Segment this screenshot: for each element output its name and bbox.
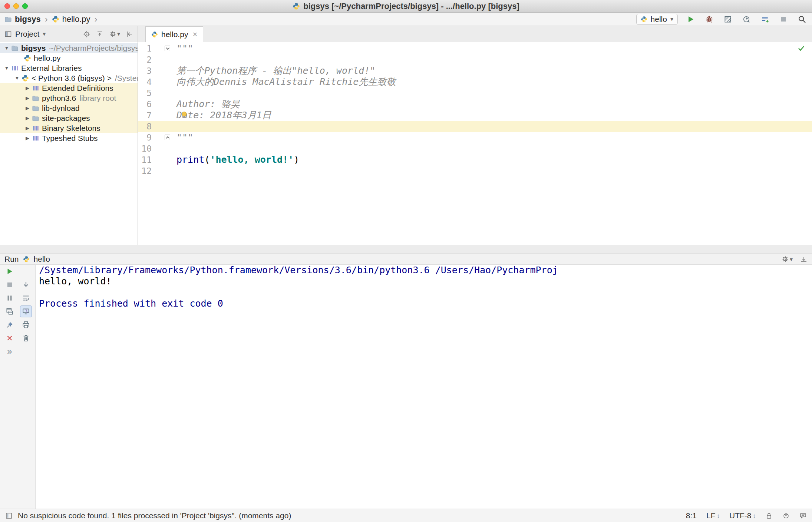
docstring-text: Author: 骆昊	[176, 99, 240, 109]
tree-item-hello-py[interactable]: hello.py	[0, 53, 138, 63]
project-tool-window: Project ▾ ▾ ▼ bigsys ~/Pychar	[0, 26, 138, 245]
print-button[interactable]	[20, 319, 32, 331]
chevron-right-icon: ›	[93, 14, 99, 24]
code-line[interactable]: Date: 2018年3月1日	[176, 110, 812, 121]
window-title-group: bigsys [~/PycharmProjects/bigsys] - .../…	[293, 1, 519, 11]
run-configuration-selector[interactable]: hello ▾	[636, 14, 678, 25]
write-lock-icon[interactable]	[765, 512, 773, 519]
scroll-to-end-button[interactable]	[20, 305, 32, 317]
breadcrumb-file[interactable]: hello.py	[62, 14, 90, 24]
tree-item-python36[interactable]: ▶ python3.6 library root	[0, 93, 138, 103]
editor-gutter: 1 2 3 4 5 6 7 8 9 10 11 12	[138, 42, 174, 245]
code-line[interactable]	[176, 87, 812, 99]
panel-settings-button[interactable]: ▾	[109, 30, 120, 38]
tree-collapsed-arrow[interactable]: ▶	[23, 105, 32, 111]
python-file-icon	[151, 31, 158, 38]
inspections-ok-icon[interactable]	[797, 44, 805, 52]
close-tab-icon[interactable]: ×	[192, 30, 197, 39]
punctuation-token: )	[294, 154, 299, 165]
run-configuration-name: hello	[651, 15, 667, 24]
debug-button[interactable]	[704, 14, 715, 25]
code-area[interactable]: """ 第一个Python程序 - 输出"hello, world!" 向伟大的…	[174, 42, 812, 245]
tab-label: hello.py	[161, 30, 188, 39]
tree-collapsed-arrow[interactable]: ▶	[23, 135, 32, 141]
editor[interactable]: 1 2 3 4 5 6 7 8 9 10 11 12 """	[138, 42, 812, 245]
fold-region-start-icon[interactable]	[165, 46, 170, 51]
chevron-down-icon: ▾	[117, 30, 120, 37]
restore-layout-button[interactable]	[4, 305, 16, 317]
stop-process-button[interactable]	[4, 279, 16, 291]
toggle-toolwindows-icon[interactable]	[5, 512, 13, 519]
stop-icon	[6, 281, 14, 289]
close-panel-button[interactable]	[4, 332, 16, 344]
zoom-window-button[interactable]	[22, 3, 28, 9]
code-line[interactable]: """	[176, 132, 812, 143]
search-everywhere-button[interactable]	[796, 14, 808, 25]
hector-inspector-icon[interactable]	[782, 512, 790, 519]
tree-item-external-libraries[interactable]: ▼ External Libraries	[0, 63, 138, 73]
tree-item-extended-definitions[interactable]: ▶ Extended Definitions	[0, 83, 138, 93]
code-line[interactable]	[176, 143, 812, 154]
minimize-window-button[interactable]	[13, 3, 19, 9]
tree-collapsed-arrow[interactable]: ▶	[23, 115, 32, 121]
run-button[interactable]	[685, 14, 696, 25]
code-line[interactable]: 第一个Python程序 - 输出"hello, world!"	[176, 65, 812, 76]
caret-position-widget[interactable]: 8:1	[686, 511, 697, 520]
code-line[interactable]: 向伟大的Dennis MacAlistair Ritchie先生致敬	[176, 76, 812, 87]
folder-icon	[4, 16, 12, 23]
breadcrumb-project[interactable]: bigsys	[15, 14, 41, 24]
layout-icon	[6, 307, 14, 315]
scroll-down-button[interactable]	[20, 279, 32, 291]
fold-region-end-icon[interactable]	[165, 135, 170, 140]
event-log-bubble-icon[interactable]	[799, 512, 807, 519]
hide-panel-down-icon[interactable]	[800, 255, 808, 263]
monitor-icon	[22, 307, 30, 315]
encoding-widget[interactable]: UTF-8 ↕	[729, 511, 756, 520]
more-actions-button[interactable]: »	[4, 346, 16, 357]
tree-collapsed-arrow[interactable]: ▶	[23, 85, 32, 91]
pin-tab-button[interactable]	[4, 319, 16, 331]
stop-button[interactable]	[778, 14, 789, 25]
code-line[interactable]: Author: 骆昊	[176, 99, 812, 110]
project-panel-header: Project ▾ ▾	[0, 26, 138, 42]
code-line[interactable]: print('hello, world!')	[176, 154, 812, 165]
tree-item-python-sdk[interactable]: ▼ < Python 3.6 (bigsys) > /System	[0, 73, 138, 83]
profiler-button[interactable]	[741, 14, 752, 25]
gear-icon	[782, 255, 789, 263]
tree-item-project-root[interactable]: ▼ bigsys ~/PycharmProjects/bigsys	[0, 43, 138, 53]
line-number: 2	[138, 54, 174, 65]
close-window-button[interactable]	[4, 3, 10, 9]
soft-wrap-button[interactable]	[20, 292, 32, 304]
run-console[interactable]: /System/Library/Frameworks/Python.framew…	[36, 265, 812, 509]
intention-bulb-icon[interactable]	[180, 110, 189, 119]
tree-collapsed-arrow[interactable]: ▶	[23, 125, 32, 131]
tree-item-typeshed-stubs[interactable]: ▶ Typeshed Stubs	[0, 133, 138, 143]
code-line-caret[interactable]	[176, 121, 812, 132]
line-separator-widget[interactable]: LF ↕	[706, 511, 720, 520]
collapse-all-icon[interactable]	[96, 30, 103, 38]
tree-item-label: Binary Skeletons	[42, 124, 100, 133]
chevron-down-icon[interactable]: ▾	[43, 30, 46, 37]
tree-expanded-arrow[interactable]: ▼	[2, 65, 11, 71]
code-line[interactable]	[176, 54, 812, 65]
library-icon	[32, 85, 39, 92]
code-line[interactable]	[176, 165, 812, 176]
concurrency-diagram-button[interactable]	[759, 14, 770, 25]
tree-item-site-packages[interactable]: ▶ site-packages	[0, 113, 138, 123]
tree-item-binary-skeletons[interactable]: ▶ Binary Skeletons	[0, 123, 138, 133]
locate-file-icon[interactable]	[83, 30, 90, 38]
tab-hello-py[interactable]: hello.py ×	[145, 26, 203, 42]
pause-icon	[6, 294, 14, 302]
run-with-coverage-button[interactable]	[722, 14, 733, 25]
rerun-button[interactable]	[4, 265, 16, 277]
tree-expanded-arrow[interactable]: ▼	[13, 75, 22, 81]
tree-item-lib-dynload[interactable]: ▶ lib-dynload	[0, 103, 138, 113]
hide-panel-icon[interactable]	[126, 30, 133, 38]
code-line[interactable]: """	[176, 43, 812, 54]
python-icon	[23, 256, 30, 262]
pause-output-button[interactable]	[4, 292, 16, 304]
tree-expanded-arrow[interactable]: ▼	[2, 45, 11, 51]
run-panel-settings-button[interactable]: ▾	[782, 255, 793, 263]
tree-collapsed-arrow[interactable]: ▶	[23, 95, 32, 101]
clear-all-button[interactable]	[20, 332, 32, 344]
